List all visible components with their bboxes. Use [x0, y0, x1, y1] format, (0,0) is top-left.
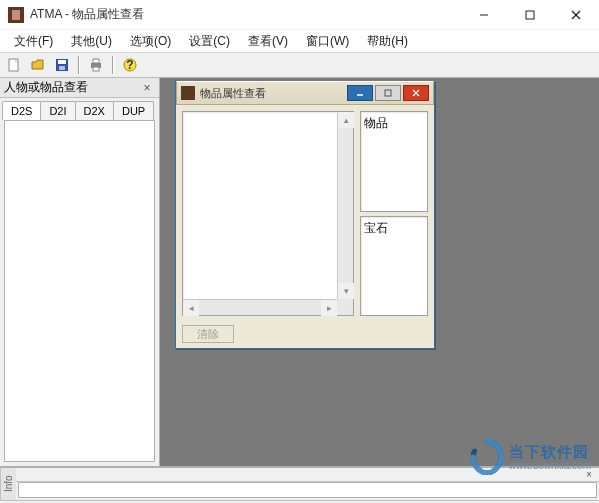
- window-titlebar: ATMA - 物品属性查看: [0, 0, 599, 30]
- help-icon[interactable]: ?: [120, 55, 140, 75]
- child-title: 物品属性查看: [200, 86, 347, 101]
- print-icon[interactable]: [86, 55, 106, 75]
- minimize-button[interactable]: [461, 0, 507, 30]
- window-title: ATMA - 物品属性查看: [30, 6, 461, 23]
- svg-rect-1: [12, 10, 20, 20]
- child-right-panel: 物品 宝石: [360, 111, 428, 316]
- tab-d2x[interactable]: D2X: [75, 101, 114, 120]
- left-dock-content[interactable]: [4, 120, 155, 462]
- toolbar-separator: [78, 56, 80, 74]
- scroll-up-icon[interactable]: ▴: [338, 112, 354, 128]
- gems-label: 宝石: [364, 221, 388, 235]
- left-dock: 人物或物品查看 × D2S D2I D2X DUP: [0, 78, 160, 466]
- left-dock-close-icon[interactable]: ×: [139, 80, 155, 96]
- mdi-area: 物品属性查看 ▴ ▾ ◂: [160, 78, 599, 466]
- items-box[interactable]: 物品: [360, 111, 428, 212]
- gems-box[interactable]: 宝石: [360, 216, 428, 317]
- info-dock-close-icon[interactable]: ×: [583, 469, 595, 481]
- menu-file[interactable]: 文件(F): [6, 31, 61, 52]
- maximize-button[interactable]: [507, 0, 553, 30]
- scroll-left-icon[interactable]: ◂: [183, 300, 199, 316]
- new-icon[interactable]: [4, 55, 24, 75]
- menu-other[interactable]: 其他(U): [63, 31, 120, 52]
- main-area: 人物或物品查看 × D2S D2I D2X DUP 物品属性查看: [0, 78, 599, 466]
- scrollbar-vertical[interactable]: ▴ ▾: [337, 112, 353, 299]
- menu-window[interactable]: 窗口(W): [298, 31, 357, 52]
- save-icon[interactable]: [52, 55, 72, 75]
- left-dock-tabs: D2S D2I D2X DUP: [0, 98, 159, 120]
- menu-help[interactable]: 帮助(H): [359, 31, 416, 52]
- item-list[interactable]: ▴ ▾ ◂ ▸: [182, 111, 354, 316]
- scroll-down-icon[interactable]: ▾: [338, 283, 354, 299]
- child-left-panel: ▴ ▾ ◂ ▸: [182, 111, 354, 316]
- open-icon[interactable]: [28, 55, 48, 75]
- child-footer: 清除: [176, 322, 434, 349]
- scroll-track[interactable]: [199, 300, 321, 315]
- svg-rect-10: [59, 66, 65, 70]
- clear-button[interactable]: 清除: [182, 325, 234, 343]
- scroll-corner: [337, 299, 353, 315]
- child-window-buttons: [347, 85, 429, 101]
- child-minimize-button[interactable]: [347, 85, 373, 101]
- items-label: 物品: [364, 116, 388, 130]
- info-dock: Info ×: [0, 466, 599, 500]
- scroll-right-icon[interactable]: ▸: [321, 300, 337, 316]
- app-icon: [8, 7, 24, 23]
- info-dock-label[interactable]: Info: [0, 468, 16, 500]
- menubar: 文件(F) 其他(U) 选项(O) 设置(C) 查看(V) 窗口(W) 帮助(H…: [0, 30, 599, 52]
- svg-rect-9: [58, 60, 66, 64]
- svg-rect-3: [526, 11, 534, 19]
- left-dock-title: 人物或物品查看: [4, 79, 88, 96]
- window-buttons: [461, 0, 599, 30]
- info-dock-body: ×: [16, 468, 599, 500]
- close-button[interactable]: [553, 0, 599, 30]
- scroll-track[interactable]: [338, 128, 353, 283]
- svg-rect-13: [93, 67, 99, 71]
- toolbar-separator: [112, 56, 114, 74]
- tab-d2s[interactable]: D2S: [2, 101, 41, 120]
- child-titlebar[interactable]: 物品属性查看: [176, 81, 434, 105]
- left-dock-header: 人物或物品查看 ×: [0, 78, 159, 98]
- menu-options[interactable]: 选项(O): [122, 31, 179, 52]
- scrollbar-horizontal[interactable]: ◂ ▸: [183, 299, 337, 315]
- child-body: ▴ ▾ ◂ ▸ 物品: [176, 105, 434, 322]
- tab-dup[interactable]: DUP: [113, 101, 154, 120]
- child-window: 物品属性查看 ▴ ▾ ◂: [175, 81, 435, 349]
- info-dock-header: ×: [16, 468, 599, 482]
- child-close-button[interactable]: [403, 85, 429, 101]
- svg-text:?: ?: [126, 58, 133, 72]
- svg-rect-17: [385, 90, 391, 96]
- child-app-icon: [181, 86, 195, 100]
- tab-d2i[interactable]: D2I: [40, 101, 75, 120]
- child-maximize-button[interactable]: [375, 85, 401, 101]
- svg-rect-12: [93, 59, 99, 63]
- menu-view[interactable]: 查看(V): [240, 31, 296, 52]
- menu-config[interactable]: 设置(C): [181, 31, 238, 52]
- info-dock-content[interactable]: [18, 482, 597, 498]
- toolbar: ?: [0, 52, 599, 78]
